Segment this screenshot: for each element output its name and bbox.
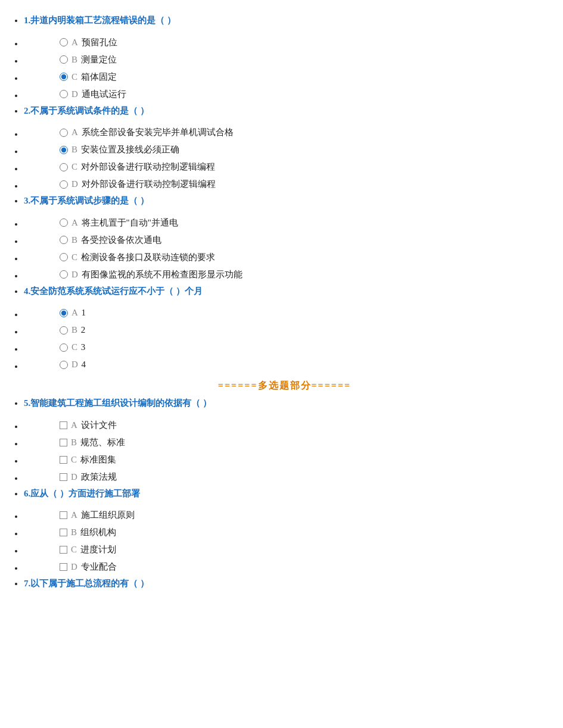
option-item-q5-a[interactable]: A 设计文件	[24, 417, 545, 433]
option-item-q2-d[interactable]: D 对外部设备进行联动控制逻辑编程	[24, 176, 545, 192]
option-label-q2-c: C 对外部设备进行联动控制逻辑编程	[71, 159, 215, 175]
question-title-q6: 6.应从（ ）方面进行施工部署	[24, 489, 140, 498]
option-item-q2-b[interactable]: B 安装位置及接线必须正确	[24, 142, 545, 158]
option-item-q1-c[interactable]: C 箱体固定	[24, 69, 545, 85]
radio-q3-c[interactable]	[60, 253, 68, 261]
option-label-q4-d: D 4	[71, 357, 86, 373]
radio-q4-d[interactable]	[60, 361, 68, 369]
checkbox-q5-a[interactable]	[60, 421, 67, 429]
radio-q3-a[interactable]	[60, 218, 68, 227]
option-letter: C	[71, 342, 77, 352]
option-label-q3-b: B 各受控设备依次通电	[71, 232, 161, 248]
option-item-q1-d[interactable]: D 通电试运行	[24, 86, 545, 102]
option-label-q3-c: C 检测设备各接口及联动连锁的要求	[71, 249, 215, 265]
option-letter: C	[71, 455, 77, 464]
option-item-q3-c[interactable]: C 检测设备各接口及联动连锁的要求	[24, 249, 545, 265]
option-item-q4-d[interactable]: D 4	[24, 357, 545, 373]
option-letter: A	[71, 308, 78, 317]
option-letter: A	[71, 218, 78, 227]
question-title-q1: 1.井道内明装箱工艺流程错误的是（ ）	[24, 15, 176, 25]
option-item-q3-b[interactable]: B 各受控设备依次通电	[24, 232, 545, 248]
radio-q1-b[interactable]	[60, 55, 68, 64]
option-label-q4-c: C 3	[71, 339, 85, 355]
option-item-q5-c[interactable]: C 标准图集	[24, 452, 545, 468]
radio-q1-d[interactable]	[60, 90, 68, 98]
checkbox-q6-c[interactable]	[60, 546, 67, 554]
option-label-q1-c: C 箱体固定	[71, 69, 117, 85]
option-letter: D	[71, 179, 78, 189]
option-label-q6-c: C 进度计划	[71, 542, 116, 558]
checkbox-q6-a[interactable]	[60, 511, 67, 519]
option-letter: D	[71, 89, 78, 99]
option-label-q1-d: D 通电试运行	[71, 86, 126, 102]
option-letter: C	[71, 545, 77, 554]
option-label-q6-a: A 施工组织原则	[71, 507, 135, 523]
option-item-q5-d[interactable]: D 政策法规	[24, 469, 545, 485]
radio-q1-c[interactable]	[60, 73, 68, 81]
option-letter: B	[71, 235, 77, 245]
checkbox-q6-d[interactable]	[60, 563, 67, 571]
option-item-q3-d[interactable]: D 有图像监视的系统不用检查图形显示功能	[24, 267, 545, 283]
question-title-q5: 5.智能建筑工程施工组织设计编制的依据有（ ）	[24, 398, 211, 408]
option-item-q4-b[interactable]: B 2	[24, 322, 545, 338]
option-label-q5-a: A 设计文件	[71, 417, 117, 433]
checkbox-q6-b[interactable]	[60, 529, 67, 536]
option-item-q2-c[interactable]: C 对外部设备进行联动控制逻辑编程	[24, 159, 545, 175]
option-label-q3-a: A 将主机置于"自动"并通电	[71, 215, 178, 231]
option-item-q5-b[interactable]: B 规范、标准	[24, 435, 545, 451]
option-label-q1-b: B 测量定位	[71, 52, 117, 68]
question-title-q2: 2.不属于系统调试条件的是（ ）	[24, 106, 149, 115]
option-item-q4-c[interactable]: C 3	[24, 339, 545, 355]
option-letter: D	[71, 472, 77, 482]
option-item-q6-b[interactable]: B 组织机构	[24, 524, 545, 540]
option-item-q6-c[interactable]: C 进度计划	[24, 542, 545, 558]
option-label-q2-a: A 系统全部设备安装完毕并单机调试合格	[71, 124, 234, 140]
option-item-q4-a[interactable]: A 1	[24, 305, 545, 321]
option-label-q6-b: B 组织机构	[71, 524, 116, 540]
option-item-q2-a[interactable]: A 系统全部设备安装完毕并单机调试合格	[24, 124, 545, 140]
option-letter: D	[71, 360, 78, 369]
checkbox-q5-d[interactable]	[60, 473, 67, 481]
option-label-q4-b: B 2	[71, 322, 85, 338]
radio-q4-c[interactable]	[60, 343, 68, 352]
option-letter: B	[71, 55, 77, 64]
option-label-q6-d: D 专业配合	[71, 559, 117, 575]
option-label-q4-a: A 1	[71, 305, 86, 321]
option-letter: D	[71, 562, 77, 571]
radio-q1-a[interactable]	[60, 38, 68, 46]
radio-q4-a[interactable]	[60, 309, 68, 317]
option-item-q3-a[interactable]: A 将主机置于"自动"并通电	[24, 215, 545, 231]
radio-q2-d[interactable]	[60, 180, 68, 189]
question-title-q3: 3.不属于系统调试步骤的是（ ）	[24, 196, 149, 205]
option-label-q2-b: B 安装位置及接线必须正确	[71, 142, 179, 158]
checkbox-q5-b[interactable]	[60, 439, 67, 446]
option-letter: A	[71, 510, 77, 520]
option-label-q2-d: D 对外部设备进行联动控制逻辑编程	[71, 176, 216, 192]
option-label-q1-a: A 预留孔位	[71, 35, 117, 51]
option-letter: D	[71, 270, 78, 279]
option-letter: B	[71, 438, 77, 447]
question-title-q4: 4.安全防范系统系统试运行应不小于（ ）个月	[24, 286, 203, 296]
option-letter: A	[71, 38, 78, 47]
option-item-q1-a[interactable]: A 预留孔位	[24, 35, 545, 51]
question-title-q7: 7.以下属于施工总流程的有（ ）	[24, 579, 149, 588]
radio-q2-c[interactable]	[60, 163, 68, 171]
radio-q2-a[interactable]	[60, 129, 68, 137]
section-divider: ======多选题部分======	[24, 377, 545, 393]
checkbox-q5-c[interactable]	[60, 456, 67, 464]
option-item-q6-d[interactable]: D 专业配合	[24, 559, 545, 575]
radio-q2-b[interactable]	[60, 146, 68, 154]
option-label-q5-d: D 政策法规	[71, 469, 117, 485]
option-label-q3-d: D 有图像监视的系统不用检查图形显示功能	[71, 267, 242, 283]
option-letter: A	[71, 127, 78, 137]
option-letter: C	[71, 72, 77, 82]
option-letter: C	[71, 252, 77, 262]
radio-q4-b[interactable]	[60, 326, 68, 335]
radio-q3-b[interactable]	[60, 236, 68, 244]
option-item-q1-b[interactable]: B 测量定位	[24, 52, 545, 68]
option-item-q6-a[interactable]: A 施工组织原则	[24, 507, 545, 523]
option-letter: B	[71, 145, 77, 154]
radio-q3-d[interactable]	[60, 270, 68, 279]
option-letter: B	[71, 325, 77, 335]
option-letter: C	[71, 162, 77, 171]
